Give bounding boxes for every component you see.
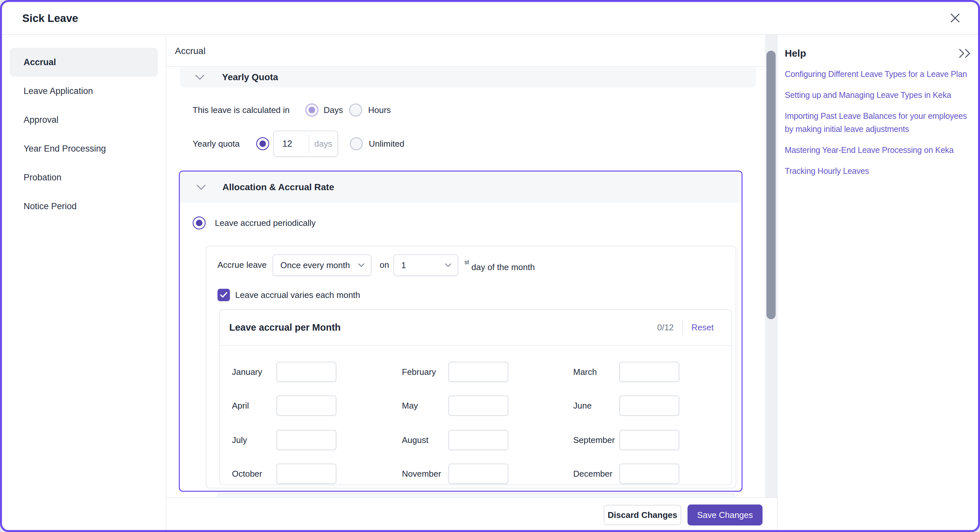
- sidebar-item-label: Leave Application: [24, 86, 93, 96]
- sidebar: Accrual Leave Application Approval Year …: [10, 48, 158, 221]
- month-label: March: [573, 362, 597, 382]
- radio-unlimited-label: Unlimited: [369, 137, 404, 150]
- month-input-may[interactable]: [449, 395, 508, 416]
- month-input-february[interactable]: [449, 362, 508, 382]
- month-label: November: [402, 464, 441, 484]
- month-input-october[interactable]: [277, 464, 336, 484]
- day-of-month-text: day of the month: [471, 262, 535, 272]
- ordinal-suffix: st: [465, 259, 469, 265]
- day-select[interactable]: 1: [393, 254, 458, 276]
- quota-value[interactable]: 12: [274, 131, 309, 156]
- close-icon: [949, 12, 961, 24]
- radio-dot: [259, 140, 266, 147]
- per-month-card: Leave accrual per Month 0/12 Reset Janua…: [220, 310, 732, 485]
- day-suffix-label: st day of the month: [465, 258, 535, 274]
- quota-unit: days: [309, 131, 337, 156]
- chevron-down-icon: [194, 74, 205, 81]
- calculated-in-label: This leave is calculated in: [192, 103, 290, 116]
- sidebar-item-notice-period[interactable]: Notice Period: [10, 192, 158, 221]
- content-header-divider: [166, 66, 777, 67]
- month-label: December: [573, 464, 612, 484]
- month-label: July: [232, 430, 247, 450]
- yearly-quota-input[interactable]: 12 days: [273, 131, 338, 157]
- sidebar-item-label: Probation: [24, 173, 62, 183]
- header-divider: [682, 321, 683, 335]
- accrue-leave-label: Accrue leave: [218, 258, 267, 272]
- per-month-counter: 0/12: [657, 322, 674, 333]
- yearly-quota-section-header[interactable]: Yearly Quota: [180, 67, 756, 87]
- help-link[interactable]: Importing Past Leave Balances for your e…: [785, 110, 977, 135]
- month-input-april[interactable]: [277, 395, 336, 416]
- periodic-radio-label: Leave accrued periodically: [215, 216, 316, 230]
- sidebar-item-year-end-processing[interactable]: Year End Processing: [10, 134, 158, 163]
- month-input-august[interactable]: [449, 430, 508, 450]
- sidebar-item-label: Approval: [24, 115, 59, 125]
- radio-yearly-quota[interactable]: [256, 137, 269, 150]
- chevron-down-icon: [358, 263, 365, 267]
- sidebar-item-label: Accrual: [24, 57, 56, 67]
- help-link[interactable]: Mastering Year-End Leave Processing on K…: [785, 143, 977, 157]
- sidebar-item-probation[interactable]: Probation: [10, 163, 158, 192]
- help-link[interactable]: Configuring Different Leave Types for a …: [785, 67, 977, 81]
- scrollbar-thumb[interactable]: [767, 51, 776, 319]
- titlebar-divider: [2, 34, 978, 35]
- frequency-select[interactable]: Once every month: [272, 254, 371, 276]
- month-label: April: [232, 395, 249, 416]
- help-link[interactable]: Setting up and Managing Leave Types in K…: [785, 88, 977, 102]
- help-link[interactable]: Tracking Hourly Leaves: [785, 164, 977, 178]
- modal-title: Sick Leave: [22, 11, 78, 25]
- save-changes-button[interactable]: Save Changes: [687, 505, 762, 526]
- month-input-june[interactable]: [619, 395, 679, 416]
- sidebar-item-accrual[interactable]: Accrual: [10, 48, 158, 76]
- varies-checkbox[interactable]: [218, 289, 230, 301]
- varies-checkbox-label: Leave accrual varies each month: [235, 288, 360, 302]
- footer: Discard Changes Save Changes: [166, 497, 777, 532]
- sidebar-item-approval[interactable]: Approval: [10, 105, 158, 134]
- month-input-november[interactable]: [449, 464, 508, 484]
- radio-unlimited[interactable]: [350, 137, 363, 150]
- radio-hours-label: Hours: [368, 103, 391, 116]
- allocation-accrual-section: Allocation & Accrual Rate Leave accrued …: [179, 171, 743, 492]
- radio-days-label: Days: [324, 103, 343, 116]
- radio-leave-accrued-periodically[interactable]: [192, 216, 206, 230]
- month-input-december[interactable]: [619, 464, 679, 484]
- month-label: September: [573, 430, 615, 450]
- day-value: 1: [401, 260, 406, 270]
- radio-dot: [196, 220, 202, 226]
- frequency-value: Once every month: [280, 260, 350, 270]
- close-button[interactable]: [948, 12, 962, 25]
- month-label: June: [573, 395, 592, 416]
- radio-dot: [309, 107, 315, 113]
- help-panel-title: Help: [785, 46, 806, 60]
- chevron-down-icon: [444, 263, 452, 267]
- month-input-march[interactable]: [619, 362, 679, 382]
- allocation-section-header[interactable]: Allocation & Accrual Rate: [180, 172, 741, 203]
- on-label: on: [380, 258, 389, 272]
- per-month-title: Leave accrual per Month: [229, 322, 340, 333]
- radio-days[interactable]: [305, 103, 318, 116]
- radio-hours[interactable]: [349, 103, 362, 116]
- month-label: August: [402, 430, 428, 450]
- section-title: Yearly Quota: [222, 72, 278, 83]
- month-label: May: [402, 395, 418, 416]
- accrual-settings-card: Accrue leave Once every month on 1 st da…: [206, 246, 736, 488]
- content-page-title: Accrual: [175, 44, 205, 58]
- chevron-down-icon: [196, 184, 206, 191]
- month-input-september[interactable]: [619, 430, 679, 450]
- section-title: Allocation & Accrual Rate: [223, 182, 334, 192]
- collapse-help-button[interactable]: [957, 48, 973, 60]
- reset-link[interactable]: Reset: [691, 322, 714, 333]
- sidebar-divider: [166, 34, 166, 530]
- sick-leave-modal: Sick Leave Accrual Leave Application App…: [0, 0, 980, 532]
- sidebar-item-label: Notice Period: [24, 201, 76, 211]
- month-input-july[interactable]: [277, 430, 336, 450]
- month-input-january[interactable]: [277, 362, 336, 382]
- discard-changes-button[interactable]: Discard Changes: [604, 505, 681, 525]
- yearly-quota-label: Yearly quota: [192, 137, 240, 150]
- per-month-header: Leave accrual per Month 0/12 Reset: [220, 310, 732, 346]
- help-panel-divider: [777, 34, 778, 530]
- check-icon: [220, 292, 228, 298]
- double-chevron-right-icon: [958, 48, 972, 59]
- help-links: Configuring Different Leave Types for a …: [785, 67, 977, 185]
- sidebar-item-leave-application[interactable]: Leave Application: [10, 76, 158, 105]
